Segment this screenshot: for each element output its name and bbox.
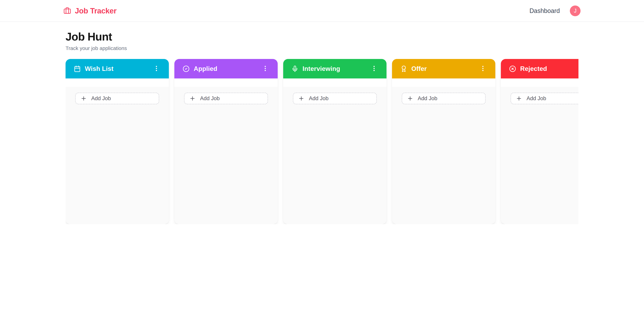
column-menu-button[interactable] (371, 65, 378, 72)
kebab-icon (153, 65, 160, 72)
nav-inner: Job Tracker Dashboard J (64, 6, 580, 16)
x-circle-icon (509, 65, 516, 72)
kanban-column-wish-list: Wish List Add Job (66, 59, 169, 224)
column-menu-button[interactable] (262, 65, 269, 72)
check-circle-icon (183, 65, 190, 72)
add-job-label: Add Job (526, 95, 546, 102)
main-content: Job Hunt Track your job applications Wis… (66, 22, 578, 224)
dashboard-link[interactable]: Dashboard (530, 7, 560, 14)
add-job-button[interactable]: Add Job (184, 92, 268, 104)
column-header[interactable]: Offer (392, 59, 495, 78)
kanban-column-applied: Applied Add Job (174, 59, 278, 224)
column-body: Add Job (174, 87, 278, 224)
column-header[interactable]: Applied (174, 59, 278, 78)
top-navigation: Job Tracker Dashboard J (0, 0, 644, 22)
column-menu-button[interactable] (153, 65, 160, 72)
column-body: Add Job (283, 87, 386, 224)
calendar-icon (74, 65, 81, 72)
add-job-label: Add Job (309, 95, 328, 102)
kanban-column-rejected: Rejected Add Job (501, 59, 578, 224)
column-title: Offer (411, 65, 480, 72)
column-header[interactable]: Wish List (66, 59, 169, 78)
plus-icon (80, 95, 87, 102)
kanban-column-offer: Offer Add Job (392, 59, 495, 224)
kebab-icon (371, 65, 378, 72)
kanban-board: Wish List Add Job (66, 59, 578, 224)
app-logo: Job Tracker (64, 6, 116, 15)
column-body: Add Job (392, 87, 495, 224)
column-title: Applied (194, 65, 262, 72)
plus-icon (189, 95, 196, 102)
nav-right: Dashboard J (530, 6, 580, 16)
add-job-button[interactable]: Add Job (402, 92, 486, 104)
microphone-icon (292, 65, 298, 72)
kanban-column-interviewing: Interviewing Add Job (283, 59, 386, 224)
plus-icon (298, 95, 304, 102)
plus-icon (407, 95, 413, 102)
column-header[interactable]: Interviewing (283, 59, 386, 78)
add-job-button[interactable]: Add Job (293, 92, 377, 104)
page-title: Job Hunt (66, 30, 578, 44)
column-header[interactable]: Rejected (501, 59, 578, 78)
avatar[interactable]: J (570, 6, 580, 16)
page-subtitle: Track your job applications (66, 45, 578, 52)
add-job-label: Add Job (200, 95, 220, 102)
add-job-label: Add Job (91, 95, 111, 102)
column-title: Wish List (85, 65, 153, 72)
add-job-button[interactable]: Add Job (510, 92, 578, 104)
briefcase-icon (64, 7, 71, 15)
kebab-icon (262, 65, 269, 72)
column-title: Rejected (520, 65, 578, 72)
kebab-icon (480, 65, 486, 72)
plus-icon (516, 95, 522, 102)
app-title: Job Tracker (75, 6, 116, 15)
add-job-button[interactable]: Add Job (75, 92, 159, 104)
column-body: Add Job (66, 87, 169, 224)
column-title: Interviewing (302, 65, 371, 72)
award-icon (400, 65, 407, 72)
column-menu-button[interactable] (480, 65, 486, 72)
add-job-label: Add Job (418, 95, 438, 102)
column-body: Add Job (501, 87, 578, 224)
